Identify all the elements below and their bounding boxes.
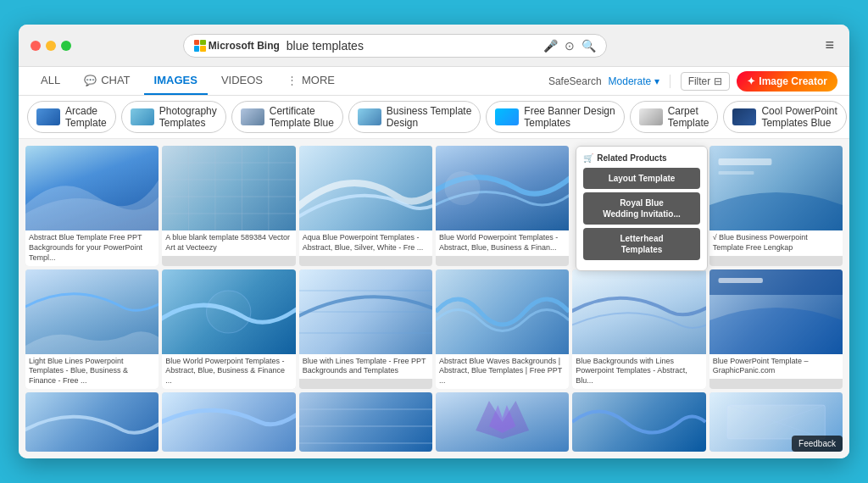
image-thumb-6 xyxy=(25,269,159,354)
category-banner[interactable]: Free Banner DesignTemplates xyxy=(486,101,624,133)
search-bar: Microsoft Bing 🎤 ⊙ 🔍 xyxy=(183,34,607,58)
photography-thumb xyxy=(131,108,154,125)
layout-template-button[interactable]: Layout Template xyxy=(583,168,699,189)
image-thumb-13 xyxy=(162,392,295,452)
safesearch-label: SafeSearch xyxy=(548,75,602,87)
image-card-8[interactable]: Blue with Lines Template - Free PPT Back… xyxy=(299,269,432,389)
image-card-1[interactable]: Abstract Blue Template Free PPT Backgrou… xyxy=(25,146,159,265)
chat-icon: 💬 xyxy=(84,75,97,86)
image-card-10[interactable]: Blue Backgrounds with Lines Powerpoint T… xyxy=(572,269,705,389)
search-icon[interactable]: 🔍 xyxy=(581,39,596,53)
menu-button[interactable]: ≡ xyxy=(821,33,837,58)
nav-tabs: ALL 💬 CHAT IMAGES VIDEOS ⋮ MORE SafeSear… xyxy=(19,67,849,96)
search-icons: 🎤 ⊙ 🔍 xyxy=(543,39,596,53)
image-thumb-4 xyxy=(436,146,569,230)
feedback-button[interactable]: Feedback xyxy=(792,436,843,452)
business-thumb xyxy=(358,108,381,125)
browser-window: Microsoft Bing 🎤 ⊙ 🔍 ≡ ALL 💬 CHAT IMAGES… xyxy=(19,25,849,458)
feedback-label: Feedback xyxy=(798,439,836,448)
tab-images[interactable]: IMAGES xyxy=(144,67,208,95)
search-input[interactable] xyxy=(287,39,537,53)
tab-all[interactable]: ALL xyxy=(31,67,70,95)
image-caption-8: Blue with Lines Template - Free PPT Back… xyxy=(299,354,432,379)
sparkle-icon: ✦ xyxy=(747,75,755,87)
image-card-5[interactable]: √ Blue Business Powerpoint Template Free… xyxy=(709,146,843,265)
image-caption-9: Abstract Blue Waves Backgrounds | Abstra… xyxy=(436,354,569,389)
cart-icon: 🛒 xyxy=(583,153,593,163)
cool-thumb xyxy=(732,108,756,125)
image-card-16[interactable] xyxy=(572,392,705,452)
image-thumb-9 xyxy=(436,269,569,354)
category-cool-label: Cool PowerPointTemplates Blue xyxy=(761,105,837,129)
related-products-title: 🛒 Related Products xyxy=(583,153,699,163)
image-caption-7: Blue World Powerpoint Templates - Abstra… xyxy=(162,354,295,389)
image-thumb-3 xyxy=(299,146,432,230)
bing-text: Microsoft Bing xyxy=(209,40,280,52)
nav-right: SafeSearch Moderate ▾ Filter ⊟ ✦ Image C… xyxy=(548,71,837,92)
image-card-15[interactable] xyxy=(436,392,569,452)
image-caption-5: √ Blue Business Powerpoint Template Free… xyxy=(709,230,843,255)
category-arcade[interactable]: ArcadeTemplate xyxy=(27,101,116,133)
category-cool[interactable]: Cool PowerPointTemplates Blue xyxy=(723,101,846,133)
image-caption-2: A blue blank template 589384 Vector Art … xyxy=(162,230,295,255)
tab-chat[interactable]: 💬 CHAT xyxy=(74,67,140,95)
tab-more-label: MORE xyxy=(302,74,335,86)
image-card-6[interactable]: Light Blue Lines Powerpoint Templates - … xyxy=(25,269,159,389)
image-card-11[interactable]: Blue PowerPoint Template – GraphicPanic.… xyxy=(709,269,843,389)
image-creator-label: Image Creator xyxy=(759,75,827,87)
arcade-thumb xyxy=(36,108,60,125)
category-carpet[interactable]: CarpetTemplate xyxy=(630,101,719,133)
category-business[interactable]: Business TemplateDesign xyxy=(348,101,481,133)
ms-sq1 xyxy=(194,40,200,46)
image-card-4[interactable]: Blue World Powerpoint Templates - Abstra… xyxy=(436,146,569,265)
image-caption-1: Abstract Blue Template Free PPT Backgrou… xyxy=(25,230,159,265)
letterhead-templates-button[interactable]: LetterheadTemplates xyxy=(583,228,699,260)
category-business-label: Business TemplateDesign xyxy=(387,105,472,129)
visual-search-icon[interactable]: ⊙ xyxy=(565,39,575,53)
image-caption-3: Aqua Blue Powerpoint Templates - Abstrac… xyxy=(299,230,432,255)
minimize-button[interactable] xyxy=(46,41,56,51)
tab-videos[interactable]: VIDEOS xyxy=(211,67,273,95)
image-creator-button[interactable]: ✦ Image Creator xyxy=(737,71,837,92)
royal-blue-wedding-button[interactable]: Royal BlueWedding Invitatio... xyxy=(583,192,699,225)
divider xyxy=(670,75,670,88)
more-icon: ⋮ xyxy=(287,74,298,86)
image-card-13[interactable] xyxy=(162,392,295,452)
image-card-9[interactable]: Abstract Blue Waves Backgrounds | Abstra… xyxy=(436,269,569,389)
svg-rect-10 xyxy=(718,171,754,175)
filter-button[interactable]: Filter ⊟ xyxy=(681,72,731,91)
tab-images-label: IMAGES xyxy=(154,74,198,86)
microsoft-logo xyxy=(194,40,206,52)
ms-sq2 xyxy=(200,40,206,46)
image-thumb-16 xyxy=(572,392,705,452)
image-card-14[interactable] xyxy=(299,392,432,452)
image-card-12[interactable] xyxy=(25,392,159,452)
svg-rect-16 xyxy=(718,278,762,283)
image-thumb-11 xyxy=(709,269,843,354)
category-photography[interactable]: PhotographyTemplates xyxy=(121,101,226,133)
image-caption-6: Light Blue Lines Powerpoint Templates - … xyxy=(25,354,159,389)
image-caption-10: Blue Backgrounds with Lines Powerpoint T… xyxy=(572,354,705,389)
image-thumb-1 xyxy=(25,146,159,230)
image-thumb-14 xyxy=(299,392,432,452)
certificate-thumb xyxy=(241,108,264,125)
category-certificate[interactable]: CertificateTemplate Blue xyxy=(231,101,343,133)
related-products-panel: 🛒 Related Products Layout Template Royal… xyxy=(576,146,707,271)
safesearch-dropdown[interactable]: Moderate ▾ xyxy=(609,75,659,87)
content-area: Abstract Blue Template Free PPT Backgrou… xyxy=(19,139,849,458)
image-card-3[interactable]: Aqua Blue Powerpoint Templates - Abstrac… xyxy=(299,146,432,265)
ms-sq3 xyxy=(194,46,200,52)
image-thumb-12 xyxy=(25,392,159,452)
maximize-button[interactable] xyxy=(61,41,71,51)
category-bar: ArcadeTemplate PhotographyTemplates Cert… xyxy=(19,96,849,139)
traffic-lights xyxy=(31,41,71,51)
image-card-2[interactable]: A blue blank template 589384 Vector Art … xyxy=(162,146,295,265)
bing-logo: Microsoft Bing xyxy=(194,40,280,52)
browser-titlebar: Microsoft Bing 🎤 ⊙ 🔍 ≡ xyxy=(19,25,849,67)
microphone-icon[interactable]: 🎤 xyxy=(543,39,558,53)
image-card-7[interactable]: Blue World Powerpoint Templates - Abstra… xyxy=(162,269,295,389)
close-button[interactable] xyxy=(31,41,41,51)
banner-thumb xyxy=(495,108,519,125)
image-thumb-10 xyxy=(572,269,705,354)
tab-more[interactable]: ⋮ MORE xyxy=(276,67,345,95)
